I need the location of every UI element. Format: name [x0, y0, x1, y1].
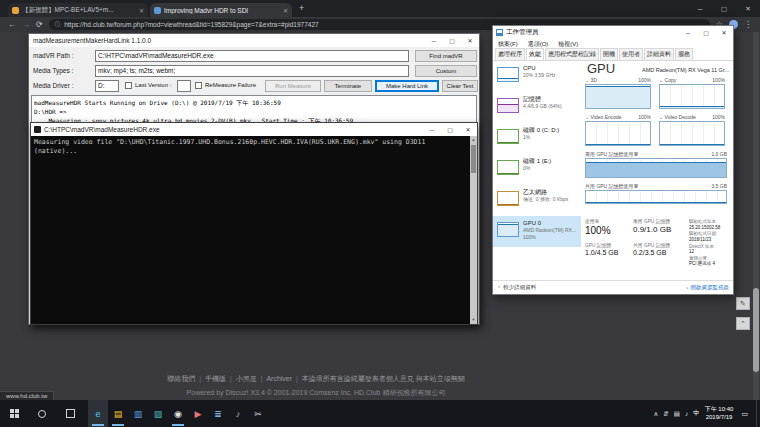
volume-icon[interactable]: ♪: [685, 410, 688, 417]
scroll-up-arrow-icon[interactable]: ▲: [470, 136, 477, 144]
new-tab-button[interactable]: +: [299, 3, 304, 13]
scrollbar-thumb[interactable]: [753, 288, 759, 372]
chart-video-encode-label[interactable]: ⌄ Video Encode: [585, 114, 622, 121]
forward-icon[interactable]: →: [22, 20, 30, 29]
tab-users[interactable]: 使用者: [619, 48, 643, 60]
network-icon[interactable]: ⇵: [663, 410, 668, 418]
remeasure-checkbox[interactable]: [195, 82, 202, 89]
tab-startup[interactable]: 開機: [600, 48, 618, 60]
madvr-path-input[interactable]: C:\HTPC\madVR\madMeasureHDR.exe: [95, 50, 409, 62]
minimize-button[interactable]: ─: [425, 34, 443, 47]
documents-icon[interactable]: ≣: [208, 400, 228, 427]
storage-icon[interactable]: ▤: [674, 410, 680, 418]
terminate-button[interactable]: Terminate: [324, 80, 372, 92]
dedicated-memory-label: 專用 GPU 記憶體使用量: [585, 151, 639, 158]
fewer-details-button[interactable]: ⌃ 較少詳細資料: [497, 284, 536, 291]
console-scrollbar[interactable]: ▲ ▼: [470, 136, 477, 324]
last-version-field[interactable]: [177, 80, 191, 92]
console-maximize-button[interactable]: ▢: [441, 123, 459, 136]
custom-button[interactable]: Custom: [415, 65, 477, 77]
tab-performance[interactable]: 效能: [526, 48, 544, 60]
sidebar-item-disk1[interactable]: 磁碟 1 (E:) 0%: [493, 154, 581, 185]
sidebar-item-cpu[interactable]: CPU 20% 3.59 GHz: [493, 61, 581, 92]
search-button[interactable]: [28, 400, 56, 427]
site-info-icon[interactable]: ⓘ: [55, 21, 61, 28]
console-scroll-thumb[interactable]: [471, 145, 476, 173]
tab-close-icon[interactable]: ✕: [139, 7, 144, 14]
console-close-button[interactable]: ✕: [459, 123, 477, 136]
dedicated-memory-chart: [585, 158, 727, 178]
tab-details[interactable]: 詳細資料: [644, 48, 674, 60]
footer-link[interactable]: Archiver: [259, 375, 292, 382]
browser-tab-1[interactable]: 【新視體】MPC-BE+LAV5+m... ✕: [8, 3, 148, 17]
browser-minimize-button[interactable]: ─: [688, 0, 712, 17]
footer-link[interactable]: 小黑屋: [228, 375, 257, 382]
footer-link[interactable]: 聯絡我們: [167, 375, 195, 382]
footer-link[interactable]: 手機版: [197, 375, 226, 382]
refresh-icon[interactable]: ⟳: [36, 20, 43, 29]
sidebar-item-disk0[interactable]: 磁碟 0 (C: D:) 1%: [493, 123, 581, 154]
show-desktop-button[interactable]: [756, 400, 760, 427]
chart-video-decode-label[interactable]: ⌄ Video Decode: [659, 114, 696, 121]
tab-app-history[interactable]: 應用程式歷程記錄: [545, 48, 599, 60]
remeasure-label: ReMeasure Failure: [205, 82, 256, 88]
browser-maximize-button[interactable]: ▢: [712, 0, 736, 17]
taskbar-clock[interactable]: 下午 10:40 2019/7/19: [705, 406, 734, 422]
show-hidden-icons[interactable]: ∧: [654, 410, 659, 418]
browser-menu-icon[interactable]: ⋮: [744, 20, 752, 29]
make-hard-link-button[interactable]: Make Hard Link: [375, 80, 439, 92]
scroll-top-button[interactable]: ⌃: [736, 317, 750, 330]
photos-icon[interactable]: ▨: [148, 400, 168, 427]
chart-3d-label[interactable]: ⌄ 3D: [585, 77, 597, 84]
gpu-heading: GPU: [587, 61, 615, 76]
task-manager-window: 工作管理員 ─ ▢ ✕ 檔案(F) 選項(O) 檢視(V) 處理程序 效能 應用…: [492, 25, 734, 295]
tm-maximize-button[interactable]: ▢: [697, 26, 715, 39]
quick-reply-button[interactable]: ✎: [736, 297, 750, 310]
open-resource-monitor-link[interactable]: ◔ 開啟資源監視器: [685, 284, 729, 291]
media-driver-label: Media Driver :: [33, 82, 73, 89]
task-manager-title-bar[interactable]: 工作管理員 ─ ▢ ✕: [493, 26, 733, 39]
browser-tab-2-active[interactable]: Improving Madvr HDR to SDI ✕: [150, 3, 292, 17]
tab-favicon: [12, 7, 19, 14]
tab-close-icon[interactable]: ✕: [283, 7, 288, 14]
chrome-icon[interactable]: ◉: [168, 400, 188, 427]
edge-icon[interactable]: e: [88, 400, 108, 427]
browser-close-button[interactable]: ✕: [736, 0, 760, 17]
last-version-checkbox[interactable]: [125, 82, 132, 89]
media-types-input[interactable]: mkv; mp4; ts; m2ts; webm;: [95, 65, 409, 77]
close-button[interactable]: ✕: [461, 34, 479, 47]
disk0-mini-chart: [497, 129, 519, 144]
maximize-button[interactable]: ▢: [443, 34, 461, 47]
snip-icon[interactable]: ✂: [248, 400, 268, 427]
file-explorer-icon[interactable]: ▤: [108, 400, 128, 427]
back-icon[interactable]: ←: [8, 20, 16, 29]
media-driver-input[interactable]: D:: [95, 80, 119, 92]
media-player-icon[interactable]: ▶: [188, 400, 208, 427]
console-minimize-button[interactable]: ─: [423, 123, 441, 136]
tm-close-button[interactable]: ✕: [715, 26, 733, 39]
tm-minimize-button[interactable]: ─: [679, 26, 697, 39]
sidebar-item-ethernet[interactable]: 乙太網路 傳送: 0 接收: 0 Kbps: [493, 185, 581, 216]
madmeasure-title-bar[interactable]: madMeasurementMakerHardLink 1.1.0.0 ─ ▢ …: [29, 34, 479, 47]
tab-processes[interactable]: 處理程序: [495, 48, 525, 60]
dedicated-memory-max: 1.0 GB: [711, 151, 727, 158]
task-view-button[interactable]: [56, 400, 84, 427]
music-icon[interactable]: ♪: [228, 400, 248, 427]
start-button[interactable]: [0, 400, 28, 427]
clear-text-button[interactable]: Clear Text: [442, 80, 478, 92]
find-madvr-button[interactable]: Find madVR: [415, 50, 477, 62]
console-title-bar[interactable]: C:\HTPC\madVR\madMeasureHDR.exe ─ ▢ ✕: [31, 123, 477, 136]
clock-date: 2019/7/19: [706, 414, 733, 420]
language-indicator[interactable]: 中: [693, 409, 700, 418]
sidebar-item-gpu0[interactable]: GPU 0 AMD Radeon(TM) RX... 100%: [493, 216, 581, 247]
store-icon[interactable]: ▥: [128, 400, 148, 427]
chart-copy-label[interactable]: ⌄ Copy: [659, 77, 676, 84]
page-scrollbar[interactable]: [753, 32, 759, 400]
madvr-path-row: madVR Path : C:\HTPC\madVR\madMeasureHDR…: [29, 50, 479, 62]
action-center-icon[interactable]: ▭: [741, 410, 748, 418]
scroll-down-arrow-icon[interactable]: ▼: [470, 316, 477, 324]
tab-services[interactable]: 服務: [675, 48, 693, 60]
shared-memory-chart: [585, 190, 727, 204]
gpu-panel: GPU AMD Radeon(TM) RX Vega 11 Gr... ⌄ 3D…: [581, 61, 733, 280]
sidebar-item-memory[interactable]: 記憶體 4.4/6.9 GB (64%): [493, 92, 581, 123]
